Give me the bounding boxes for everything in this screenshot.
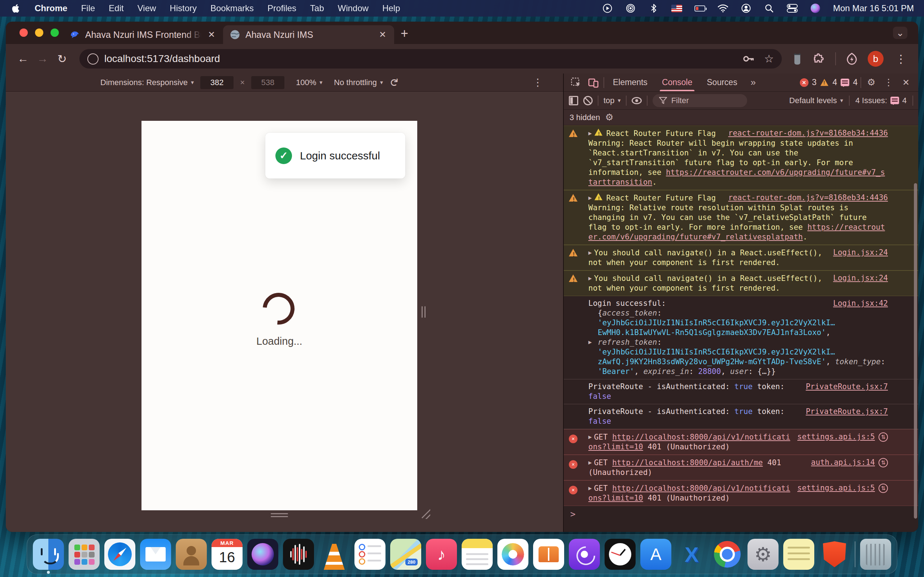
menu-history[interactable]: History [170, 3, 197, 13]
dock-safari-icon[interactable] [104, 539, 135, 570]
source-link[interactable]: PrivateRoute.jsx:7 [806, 407, 888, 416]
menu-tab[interactable]: Tab [310, 3, 324, 13]
toggle-device-toolbar-icon[interactable] [586, 76, 601, 90]
dimensions-dropdown[interactable]: Dimensions: Responsive ▾ [100, 78, 194, 87]
console-scrollbar[interactable] [914, 183, 917, 519]
dock-launchpad-icon[interactable] [69, 539, 100, 570]
menu-file[interactable]: File [81, 3, 95, 13]
viewport-width-resize-handle[interactable] [422, 306, 426, 318]
clear-console-icon[interactable] [583, 96, 593, 105]
expand-arrow-icon[interactable]: ▶ [588, 194, 592, 201]
dock-finder-icon[interactable] [33, 539, 64, 570]
battery-icon[interactable] [695, 3, 705, 14]
source-link[interactable]: react-router-dom.js?v=8168eb34:4436 [728, 193, 888, 203]
tab-sources[interactable]: Sources [701, 74, 743, 91]
bookmark-star-icon[interactable]: ☆ [764, 52, 774, 65]
hidden-settings-gear-icon[interactable]: ⚙ [605, 112, 613, 123]
tab-search-chevron-icon[interactable]: ⌄ [893, 27, 908, 39]
live-expression-eye-icon[interactable] [632, 97, 642, 104]
network-request-icon[interactable]: ⇅ [879, 458, 888, 467]
viewport-width-input[interactable]: 382 [200, 76, 234, 89]
dock-photos-icon[interactable] [498, 539, 528, 570]
now-playing-icon[interactable] [602, 3, 613, 14]
reload-button[interactable]: ↻ [54, 51, 70, 67]
menu-bookmarks[interactable]: Bookmarks [210, 3, 254, 13]
dock-system-settings-icon[interactable]: ⚙ [748, 539, 779, 570]
site-info-icon[interactable] [87, 53, 99, 64]
extensions-puzzle-icon[interactable] [813, 52, 826, 65]
expand-arrow-icon[interactable]: ▶ [588, 485, 592, 492]
tab-deepseek[interactable]: Ahava Nzuri IMS Frontend Bui ✕ [63, 25, 223, 44]
source-link[interactable]: Login.jsx:42 [833, 298, 888, 308]
omnibox[interactable]: localhost:5173/dashboard ☆ [79, 49, 782, 69]
apple-menu-icon[interactable] [10, 3, 21, 14]
expand-arrow-icon[interactable]: ▶ [588, 249, 592, 256]
dock-trash-icon[interactable] [860, 539, 891, 570]
console-prompt[interactable]: > [564, 506, 918, 519]
source-link[interactable]: auth.api.js:14 [811, 458, 875, 467]
warning-count-icon[interactable] [821, 79, 828, 86]
airdrop-icon[interactable] [625, 3, 636, 14]
dock-notes-icon[interactable] [462, 539, 493, 570]
password-key-icon[interactable] [742, 52, 755, 65]
issues-counter[interactable]: 4 Issues: 4 [855, 96, 907, 105]
source-link[interactable]: Login.jsx:24 [833, 273, 888, 283]
source-link[interactable]: settings.api.js:5 [797, 483, 875, 493]
menu-help[interactable]: Help [382, 3, 400, 13]
menubar-app-name[interactable]: Chrome [35, 3, 68, 13]
more-tabs-icon[interactable]: » [746, 76, 761, 90]
control-center-icon[interactable] [787, 3, 798, 14]
tab-ahava-nzuri-ims[interactable]: Ahava Nzuri IMS ✕ [223, 25, 394, 44]
dock-brave-icon[interactable] [819, 539, 850, 570]
page-viewport[interactable]: ✓ Login successful Loading... [142, 121, 417, 510]
dock-mail-icon[interactable] [140, 539, 171, 570]
expand-arrow-icon[interactable]: ▶ [588, 459, 592, 466]
message-count-icon[interactable] [841, 79, 849, 86]
source-link[interactable]: settings.api.js:5 [797, 432, 875, 442]
request-url-link[interactable]: http://localhost:8000/api/auth/me [612, 458, 762, 467]
keyboard-flag-icon[interactable] [671, 3, 682, 14]
error-count-icon[interactable]: ✕ [800, 78, 809, 87]
new-tab-button[interactable]: + [401, 26, 408, 41]
dock-calendar-icon[interactable]: MAR16 [212, 539, 242, 570]
dock-books-icon[interactable] [533, 539, 564, 570]
close-tab-icon[interactable]: ✕ [207, 29, 216, 40]
menubar-clock[interactable]: Mon Mar 16 5:01 PM [833, 3, 914, 13]
viewport-corner-resize-handle[interactable] [419, 508, 430, 519]
profile-avatar[interactable]: b [868, 51, 884, 67]
dock-blue-x-app-icon[interactable]: X [676, 539, 707, 570]
expand-arrow-icon[interactable]: ▶ [588, 434, 592, 440]
wifi-icon[interactable] [717, 3, 729, 14]
source-link[interactable]: react-router-dom.js?v=8168eb34:4436 [728, 128, 888, 138]
viewport-height-input[interactable]: 538 [251, 76, 284, 89]
execution-context-dropdown[interactable]: top ▾ [604, 96, 621, 105]
log-levels-dropdown[interactable]: Default levels ▾ [789, 96, 843, 105]
dock-reminders-icon[interactable] [354, 539, 386, 570]
menu-window[interactable]: Window [338, 3, 368, 13]
forward-button[interactable]: → [35, 51, 50, 67]
bluetooth-icon[interactable] [648, 3, 659, 14]
devtools-settings-gear-icon[interactable]: ⚙ [864, 76, 879, 90]
throttling-dropdown[interactable]: No throttling ▾ [334, 78, 383, 87]
tab-console[interactable]: Console [656, 74, 698, 91]
extension-pin-icon[interactable] [791, 52, 803, 66]
dock-podcasts-icon[interactable] [569, 539, 600, 570]
chrome-menu-kebab-icon[interactable]: ⋮ [893, 51, 909, 67]
dock-music-icon[interactable]: ♪ [426, 539, 457, 570]
url-text[interactable]: localhost:5173/dashboard [104, 53, 736, 64]
console-sidebar-icon[interactable] [569, 96, 578, 105]
close-devtools-icon[interactable]: ✕ [899, 76, 913, 90]
inspect-element-icon[interactable] [569, 76, 583, 90]
tab-elements[interactable]: Elements [607, 74, 653, 91]
device-toolbar-options-kebab-icon[interactable]: ⋮ [533, 76, 543, 89]
menu-profiles[interactable]: Profiles [267, 3, 296, 13]
performance-leaf-icon[interactable] [845, 52, 858, 65]
dock-app-store-icon[interactable]: A [640, 539, 671, 570]
network-request-icon[interactable]: ⇅ [879, 432, 888, 442]
rotate-viewport-icon[interactable]: ↻ [388, 78, 400, 87]
siri-icon[interactable] [810, 3, 821, 14]
close-window-button[interactable] [19, 29, 28, 37]
menu-edit[interactable]: Edit [109, 3, 123, 13]
source-link[interactable]: Login.jsx:24 [833, 248, 888, 258]
dock-clock-icon[interactable] [604, 539, 636, 570]
